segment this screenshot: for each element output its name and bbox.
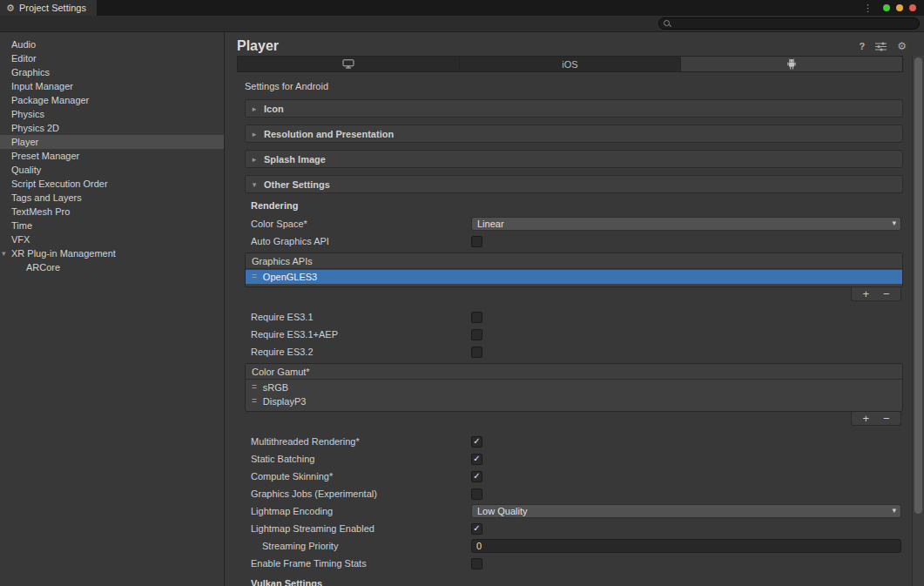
list-item-srgb[interactable]: = sRGB	[246, 381, 902, 394]
field-label: Enable Frame Timing Stats	[251, 558, 471, 569]
field-require-es31: Require ES3.1	[251, 308, 901, 326]
color-gamut-list-header: Color Gamut*	[246, 364, 902, 380]
help-icon[interactable]: ?	[860, 41, 866, 51]
field-color-space: Color Space* Linear ▾	[251, 215, 901, 232]
sidebar-item-package-manager[interactable]: Package Manager	[0, 93, 224, 107]
drag-handle-icon[interactable]: =	[252, 397, 257, 406]
dropdown-value: Linear	[477, 219, 504, 229]
window-tab-project-settings[interactable]: ⚙ Project Settings	[0, 0, 97, 16]
graphics-apis-list-footer: + −	[851, 287, 901, 301]
remove-button[interactable]: −	[883, 413, 890, 424]
field-label: Streaming Priority	[251, 541, 471, 551]
platform-tabs: iOS	[237, 56, 903, 72]
window-tab-title: Project Settings	[19, 3, 86, 13]
kebab-menu-icon[interactable]: ⋮	[863, 3, 873, 14]
sidebar-item-audio[interactable]: Audio	[0, 37, 224, 51]
sidebar-item-player[interactable]: Player	[0, 135, 224, 149]
search-input[interactable]	[675, 18, 919, 29]
add-button[interactable]: +	[862, 288, 869, 300]
frame-timing-checkbox[interactable]	[471, 558, 482, 569]
field-compute-skinning: Compute Skinning* ✓	[251, 468, 901, 485]
sidebar-item-tags-and-layers[interactable]: Tags and Layers	[0, 191, 224, 205]
graphics-apis-list-header: Graphics APIs	[246, 253, 902, 269]
drag-handle-icon[interactable]: =	[252, 273, 257, 281]
sidebar-item-vfx[interactable]: VFX	[0, 232, 224, 246]
lightmap-streaming-checkbox[interactable]: ✓	[471, 523, 482, 535]
field-graphics-jobs: Graphics Jobs (Experimental)	[251, 485, 901, 502]
rendering-subheader: Rendering	[251, 200, 901, 211]
section-other-settings[interactable]: ▾ Other Settings	[245, 175, 903, 193]
field-lightmap-encoding: Lightmap Encoding Low Quality ▾	[251, 502, 901, 520]
sidebar-item-input-manager[interactable]: Input Manager	[0, 79, 224, 93]
main-header: Player ? ⚙	[225, 32, 924, 56]
require-es31-aep-checkbox[interactable]	[471, 329, 482, 340]
color-gamut-list: Color Gamut* = sRGB = DisplayP3	[245, 363, 903, 412]
tab-ios-label: iOS	[562, 59, 577, 70]
multithreaded-rendering-checkbox[interactable]: ✓	[471, 436, 482, 448]
list-item-label: DisplayP3	[263, 396, 307, 407]
static-batching-checkbox[interactable]: ✓	[471, 454, 482, 465]
gear-icon[interactable]: ⚙	[897, 41, 907, 51]
streaming-priority-input[interactable]	[471, 539, 901, 553]
field-static-batching: Static Batching ✓	[251, 450, 901, 468]
sidebar-item-script-execution-order[interactable]: Script Execution Order	[0, 177, 224, 191]
add-button[interactable]: +	[862, 413, 869, 424]
window-dot-green[interactable]	[883, 4, 890, 11]
field-label: Require ES3.1	[251, 312, 471, 322]
presets-icon[interactable]	[875, 42, 887, 51]
list-item-displayp3[interactable]: = DisplayP3	[246, 394, 902, 408]
sidebar-item-quality[interactable]: Quality	[0, 163, 224, 177]
sidebar-item-physics[interactable]: Physics	[0, 107, 224, 121]
section-icon[interactable]: ▸ Icon	[245, 99, 903, 118]
section-resolution-label: Resolution and Presentation	[264, 129, 394, 139]
dropdown-value: Low Quality	[477, 506, 527, 516]
sidebar-item-editor[interactable]: Editor	[0, 51, 224, 65]
main-panel: Player ? ⚙	[225, 32, 924, 586]
field-auto-graphics-api: Auto Graphics API	[251, 232, 901, 250]
remove-button[interactable]: −	[883, 288, 890, 300]
settings-for-label: Settings for Android	[245, 81, 924, 91]
sidebar-item-xr-plugin-management[interactable]: ▾ XR Plug-in Management	[0, 246, 224, 260]
sidebar-item-arcore[interactable]: ARCore	[0, 260, 224, 274]
search-box[interactable]	[658, 17, 920, 30]
graphics-jobs-checkbox[interactable]	[471, 488, 482, 500]
scrollbar-thumb[interactable]	[914, 57, 922, 514]
section-icon-label: Icon	[264, 104, 284, 114]
section-other-label: Other Settings	[264, 179, 330, 190]
drag-handle-icon[interactable]: =	[252, 383, 257, 392]
lightmap-encoding-dropdown[interactable]: Low Quality ▾	[471, 504, 901, 518]
sidebar-item-preset-manager[interactable]: Preset Manager	[0, 149, 224, 163]
sidebar-item-physics-2d[interactable]: Physics 2D	[0, 121, 224, 135]
section-splash-image[interactable]: ▸ Splash Image	[245, 150, 903, 168]
tab-ios[interactable]: iOS	[460, 57, 682, 71]
field-lightmap-streaming: Lightmap Streaming Enabled ✓	[251, 520, 901, 537]
window-dot-yellow[interactable]	[896, 4, 903, 11]
graphics-apis-list-body: = OpenGLES3	[246, 269, 902, 286]
window-titlebar: ⚙ Project Settings ⋮	[0, 0, 924, 16]
require-es31-checkbox[interactable]	[471, 312, 482, 323]
sidebar-item-graphics[interactable]: Graphics	[0, 65, 224, 79]
list-item-opengles3[interactable]: = OpenGLES3	[246, 270, 902, 284]
field-label: Lightmap Encoding	[251, 506, 471, 516]
tab-android[interactable]	[681, 57, 902, 71]
require-es32-checkbox[interactable]	[471, 347, 482, 358]
section-resolution-and-presentation[interactable]: ▸ Resolution and Presentation	[245, 125, 903, 143]
foldout-closed-icon: ▸	[250, 104, 259, 113]
tab-standalone[interactable]	[238, 57, 460, 71]
foldout-open-icon: ▾	[2, 246, 6, 260]
auto-graphics-api-checkbox[interactable]	[471, 236, 482, 247]
checkmark-icon: ✓	[473, 455, 480, 463]
sidebar-item-time[interactable]: Time	[0, 219, 224, 232]
gear-icon: ⚙	[6, 3, 15, 13]
field-require-es31-aep: Require ES3.1+AEP	[251, 326, 901, 343]
field-require-es32: Require ES3.2	[251, 343, 901, 360]
foldout-open-icon: ▾	[250, 180, 259, 189]
sidebar-item-textmesh-pro[interactable]: TextMesh Pro	[0, 205, 224, 219]
color-space-dropdown[interactable]: Linear ▾	[471, 217, 901, 231]
vertical-scrollbar[interactable]	[912, 56, 924, 586]
chevron-down-icon: ▾	[892, 506, 896, 515]
compute-skinning-checkbox[interactable]: ✓	[471, 471, 482, 482]
window-dot-red[interactable]	[909, 4, 916, 11]
field-frame-timing: Enable Frame Timing Stats	[251, 555, 901, 572]
field-multithreaded-rendering: Multithreaded Rendering* ✓	[251, 433, 901, 450]
